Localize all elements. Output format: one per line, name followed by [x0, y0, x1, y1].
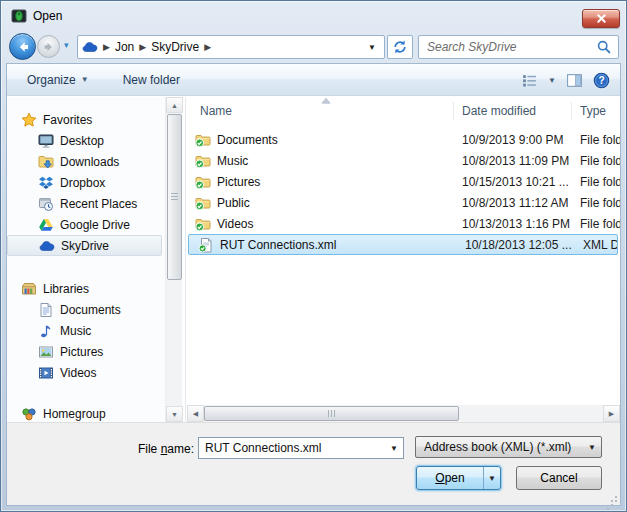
navigation-bar: ▾ ▶ Jon ▶ SkyDrive ▶ ▼ — [1, 31, 626, 63]
sidebar-item-pictures[interactable]: Pictures — [7, 341, 162, 362]
search-input[interactable] — [419, 40, 596, 54]
views-dropdown-icon[interactable]: ▼ — [548, 76, 556, 85]
sidebar-item-videos[interactable]: Videos — [7, 362, 162, 383]
downloads-icon — [38, 154, 54, 170]
scrollbar-thumb[interactable] — [204, 406, 459, 421]
sidebar-item-music[interactable]: Music — [7, 320, 162, 341]
open-button-label: Open — [417, 467, 483, 489]
folder-sync-icon — [195, 153, 211, 169]
organize-dropdown-icon: ▼ — [81, 75, 89, 84]
sidebar-item-label: Desktop — [60, 134, 104, 148]
sidebar-item-label: Music — [60, 324, 91, 338]
forward-button[interactable] — [37, 35, 60, 58]
sidebar-item-label: Google Drive — [60, 218, 130, 232]
desktop-icon — [38, 133, 54, 149]
breadcrumb-separator-icon: ▶ — [134, 42, 151, 52]
new-folder-label: New folder — [123, 73, 180, 87]
file-date: 10/9/2013 9:00 PM — [454, 133, 572, 147]
google-drive-icon — [38, 217, 54, 233]
sidebar-gap — [7, 256, 165, 278]
file-type: File folder — [572, 175, 620, 189]
table-row-public[interactable]: Public 10/8/2013 11:12 AM File folder — [186, 192, 620, 213]
help-icon[interactable]: ? — [593, 72, 610, 89]
magnifier-icon — [596, 39, 612, 55]
cancel-button-label: Cancel — [540, 471, 577, 485]
scroll-right-button[interactable]: ▶ — [603, 405, 620, 422]
sidebar-item-label: Libraries — [43, 282, 89, 296]
column-header-type[interactable]: Type — [572, 102, 620, 120]
column-header-date-modified[interactable]: Date modified — [454, 102, 572, 120]
views-icon[interactable] — [521, 72, 538, 89]
recent-places-icon — [38, 196, 54, 212]
sidebar-item-label: Downloads — [60, 155, 119, 169]
navigation-pane: Favorites Desktop Downloads Dropbox Rece… — [7, 97, 165, 422]
scroll-down-button[interactable]: ▼ — [166, 406, 183, 422]
resize-grip[interactable] — [608, 493, 618, 503]
refresh-button[interactable] — [387, 35, 413, 59]
file-date: 10/13/2013 1:16 PM — [454, 217, 572, 231]
table-row-music[interactable]: Music 10/8/2013 11:09 PM File folder — [186, 150, 620, 171]
column-headers: Name Date modified Type — [186, 97, 620, 124]
file-name: Music — [217, 154, 248, 168]
picture-icon — [38, 344, 54, 360]
nav-history-dropdown[interactable]: ▾ — [64, 40, 69, 50]
sidebar-item-documents[interactable]: Documents — [7, 299, 162, 320]
organize-label: Organize — [27, 73, 76, 87]
table-row-videos[interactable]: Videos 10/13/2013 1:16 PM File folder — [186, 213, 620, 234]
cloud-icon — [82, 39, 98, 55]
file-list: Name Date modified Type Documents 10/9/2… — [185, 97, 620, 422]
sidebar-item-libraries[interactable]: Libraries — [7, 278, 162, 299]
address-dropdown-icon[interactable]: ▼ — [364, 43, 380, 52]
sidebar-item-desktop[interactable]: Desktop — [7, 130, 162, 151]
libraries-icon — [21, 281, 37, 297]
scrollbar-grip — [328, 410, 336, 417]
sidebar-item-label: Pictures — [60, 345, 103, 359]
file-date: 10/15/2013 10:21 ... — [454, 175, 572, 189]
open-dialog: Open ▾ ▶ Jon ▶ SkyDrive ▶ ▼ — [0, 0, 627, 512]
sidebar-item-favorites[interactable]: Favorites — [7, 109, 162, 130]
file-name-value: RUT Connections.xml — [199, 441, 385, 455]
table-row-pictures[interactable]: Pictures 10/15/2013 10:21 ... File folde… — [186, 171, 620, 192]
chevron-down-icon[interactable]: ▼ — [385, 444, 403, 453]
cancel-button[interactable]: Cancel — [516, 466, 602, 490]
close-button[interactable] — [582, 9, 620, 28]
scroll-up-button[interactable]: ▲ — [166, 97, 183, 113]
file-type: XML Document — [575, 238, 617, 252]
sidebar-item-google-drive[interactable]: Google Drive — [7, 214, 162, 235]
client-area: Organize ▼ New folder ▼ ? Favorites — [6, 63, 621, 506]
table-row-documents[interactable]: Documents 10/9/2013 9:00 PM File folder — [186, 129, 620, 150]
back-button[interactable] — [9, 33, 36, 60]
file-name-combobox[interactable]: RUT Connections.xml ▼ — [198, 437, 404, 459]
sidebar-item-recent-places[interactable]: Recent Places — [7, 193, 162, 214]
titlebar[interactable]: Open — [1, 1, 626, 31]
refresh-icon — [392, 39, 408, 55]
file-date: 10/18/2013 12:05 ... — [457, 238, 575, 252]
file-name-label: File name: — [103, 442, 194, 456]
folder-sync-icon — [195, 195, 211, 211]
sidebar-scrollbar[interactable]: ▲ ▼ — [165, 97, 182, 422]
file-date: 10/8/2013 11:09 PM — [454, 154, 572, 168]
open-button[interactable]: Open ▼ — [416, 466, 501, 490]
chevron-down-icon: ▼ — [583, 443, 601, 452]
organize-button[interactable]: Organize ▼ — [21, 69, 95, 91]
open-split-dropdown[interactable]: ▼ — [483, 467, 500, 489]
command-toolbar: Organize ▼ New folder ▼ ? — [7, 64, 620, 96]
file-type-value: Address book (XML) (*.xml) — [416, 440, 583, 454]
file-type: File folder — [572, 154, 620, 168]
sidebar-item-skydrive[interactable]: SkyDrive — [7, 235, 162, 256]
file-type-dropdown[interactable]: Address book (XML) (*.xml) ▼ — [415, 436, 602, 458]
new-folder-button[interactable]: New folder — [117, 69, 186, 91]
breadcrumb-segment-jon[interactable]: Jon — [115, 40, 134, 54]
sidebar-item-homegroup[interactable]: Homegroup — [7, 403, 162, 422]
sidebar-item-label: Dropbox — [60, 176, 105, 190]
breadcrumb-segment-skydrive[interactable]: SkyDrive — [151, 40, 199, 54]
address-bar[interactable]: ▶ Jon ▶ SkyDrive ▶ ▼ — [77, 35, 385, 59]
preview-pane-icon[interactable] — [566, 72, 583, 89]
scroll-left-button[interactable]: ◀ — [187, 405, 204, 422]
scrollbar-thumb[interactable] — [167, 114, 182, 280]
table-row-rut-connections-selected[interactable]: RUT Connections.xml 10/18/2013 12:05 ...… — [188, 234, 618, 255]
dropbox-icon — [38, 175, 54, 191]
sidebar-item-dropbox[interactable]: Dropbox — [7, 172, 162, 193]
horizontal-scrollbar[interactable]: ◀ ▶ — [187, 405, 620, 422]
sidebar-item-downloads[interactable]: Downloads — [7, 151, 162, 172]
